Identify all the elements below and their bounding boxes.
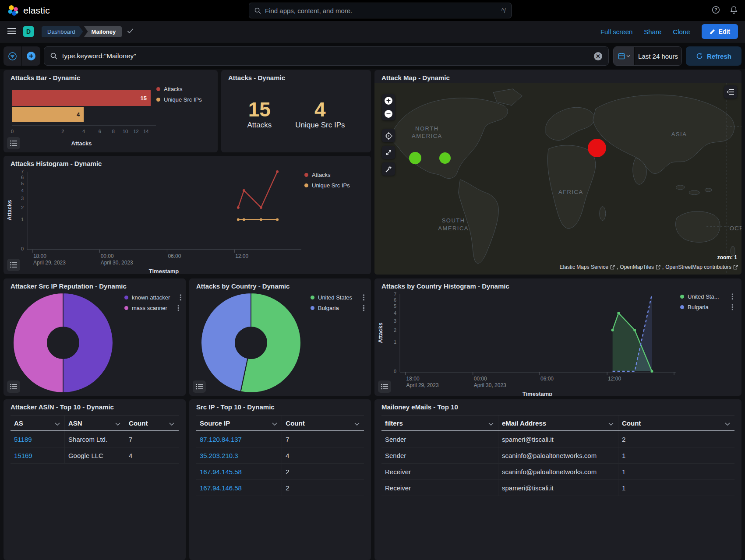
edit-button[interactable]: Edit	[702, 24, 738, 39]
attribution-link[interactable]: Elastic Maps Service ,	[560, 264, 618, 270]
time-range-button[interactable]: Last 24 hours	[635, 47, 681, 65]
column-header[interactable]: Source IP	[196, 416, 282, 430]
legend-menu-icon	[731, 304, 734, 310]
attribution-link[interactable]: OpenMapTiles ,	[620, 264, 664, 270]
breadcrumb-dashboard[interactable]: Dashboard	[42, 26, 83, 37]
space-avatar[interactable]: D	[23, 26, 34, 37]
legend-item[interactable]: known attacker	[124, 294, 180, 301]
query-input[interactable]	[62, 52, 589, 60]
svg-text:2: 2	[21, 205, 24, 210]
table-cell-link[interactable]: 167.94.146.58	[196, 480, 282, 496]
map-region-label: ASIA	[671, 130, 687, 138]
inspect-button[interactable]	[193, 380, 206, 393]
legend-menu-icon[interactable]	[171, 305, 180, 311]
search-icon	[50, 53, 57, 60]
column-header[interactable]: AS	[11, 416, 64, 430]
attribution-link[interactable]: OpenStreetMap contributors	[665, 264, 738, 270]
tools-wrench-icon[interactable]	[382, 162, 395, 176]
attack-map[interactable]: NORTH AMERICASOUTH AMERICAAFRICAASIAOCEA…	[374, 83, 741, 275]
zoom-out-icon[interactable]	[382, 107, 395, 120]
table-row: Receiverscaninfo@paloaltonetworks.com1	[381, 464, 734, 480]
table-header-row: Source IPCount	[196, 415, 364, 431]
legend-item[interactable]: Unique Src IPs	[156, 96, 208, 103]
column-header[interactable]: Count	[618, 416, 734, 430]
panel-title: Attack Map - Dynamic	[381, 74, 450, 81]
table-row: Senderspameri@tiscali.it2	[381, 431, 734, 447]
inspect-button[interactable]	[7, 259, 20, 271]
column-header[interactable]: Count	[282, 416, 364, 430]
attacks-value: 15	[248, 99, 271, 120]
legend-item[interactable]: mass scanner	[124, 305, 180, 311]
inspect-button[interactable]	[7, 137, 20, 149]
sort-chevron-icon	[488, 423, 494, 426]
sort-chevron-icon	[55, 423, 60, 426]
country-donut	[198, 290, 304, 395]
legend-menu-icon[interactable]	[725, 293, 734, 300]
table-cell-link[interactable]: 51189	[11, 431, 64, 447]
table-cell: spameri@tiscali.it	[498, 480, 618, 496]
full-screen-button[interactable]: Full screen	[600, 28, 632, 35]
svg-text:1: 1	[394, 339, 396, 345]
help-icon[interactable]: ?	[712, 6, 720, 15]
query-input-box: ✕	[44, 46, 609, 66]
table-cell-link[interactable]: 35.203.210.3	[196, 447, 282, 463]
legend-item[interactable]: Bulgaria	[311, 305, 365, 311]
attacks-bar-chart: 15402468101214Attacks	[7, 81, 160, 149]
legend-item[interactable]: Attacks	[304, 172, 353, 178]
legend-menu-icon[interactable]	[725, 304, 734, 310]
zoom-in-icon[interactable]	[382, 94, 395, 107]
attack-location-marker[interactable]	[439, 152, 451, 164]
filter-icon[interactable]	[4, 46, 22, 66]
svg-text:12:00: 12:00	[608, 376, 621, 382]
legend-item[interactable]: Attacks	[156, 86, 208, 92]
unique-src-ips-stat: 4 Unique Src IPs	[295, 99, 345, 130]
collapse-legend-icon[interactable]	[724, 85, 737, 99]
attack-location-marker[interactable]	[409, 152, 421, 164]
refresh-button[interactable]: Refresh	[686, 46, 741, 66]
svg-text:06:00: 06:00	[168, 253, 181, 259]
table-cell: scaninfo@paloaltonetworks.com	[498, 447, 618, 463]
panel-title: Src IP - Top 10 - Dynamic	[196, 403, 275, 411]
clone-button[interactable]: Clone	[673, 28, 690, 35]
column-header[interactable]: ASN	[64, 416, 125, 430]
elastic-brand[interactable]: elastic	[7, 4, 50, 17]
clear-query-icon[interactable]: ✕	[594, 52, 602, 60]
legend-menu-icon[interactable]	[357, 305, 365, 311]
svg-text:Timestamp: Timestamp	[149, 268, 179, 274]
table-header-row: ASASNCount	[11, 415, 179, 431]
chevron-down-icon	[608, 419, 614, 427]
menu-hamburger-icon[interactable]	[7, 28, 16, 36]
legend-item[interactable]: Unique Src IPs	[304, 182, 353, 189]
panel-as-table: Attacker AS/N - Top 10 - Dynamic ASASNCo…	[4, 399, 186, 560]
legend-dot	[680, 295, 684, 299]
table-cell-link[interactable]: 167.94.145.58	[196, 464, 282, 479]
attack-location-marker[interactable]	[588, 139, 606, 157]
column-header[interactable]: filters	[381, 416, 498, 430]
column-header[interactable]: Count	[125, 416, 179, 430]
legend-menu-icon[interactable]	[173, 294, 182, 301]
calendar-icon[interactable]	[614, 47, 635, 65]
set-view-crosshair-icon[interactable]	[382, 129, 395, 142]
share-button[interactable]: Share	[644, 28, 661, 35]
column-header[interactable]: eMail Address	[498, 416, 618, 430]
table-row: 15169Google LLC4	[11, 447, 179, 464]
legend-menu-icon[interactable]	[357, 294, 365, 301]
table-cell-link[interactable]: 87.120.84.137	[196, 431, 282, 447]
panel-title: Attacker Src IP Reputation - Dynamic	[11, 282, 127, 290]
table-cell-link[interactable]: 15169	[11, 447, 64, 463]
inspect-button[interactable]	[378, 380, 391, 393]
table-cell: spameri@tiscali.it	[498, 431, 618, 447]
inspect-button[interactable]	[7, 380, 20, 393]
legend-item[interactable]: United States	[311, 294, 365, 301]
fit-to-data-expand-icon[interactable]	[382, 146, 395, 159]
table-row: 167.94.146.582	[196, 480, 364, 496]
legend-item[interactable]: Bulgaria	[680, 304, 734, 310]
add-filter-button[interactable]	[22, 46, 40, 66]
chevron-down-icon	[115, 419, 120, 427]
svg-text:06:00: 06:00	[540, 376, 554, 382]
news-bell-icon[interactable]	[730, 6, 738, 15]
panel-attack-map: Attack Map - Dynamic	[374, 70, 741, 275]
global-search-input[interactable]	[265, 7, 498, 14]
legend-item[interactable]: United Sta...	[680, 293, 734, 300]
global-search-box[interactable]: ^/	[249, 3, 512, 18]
